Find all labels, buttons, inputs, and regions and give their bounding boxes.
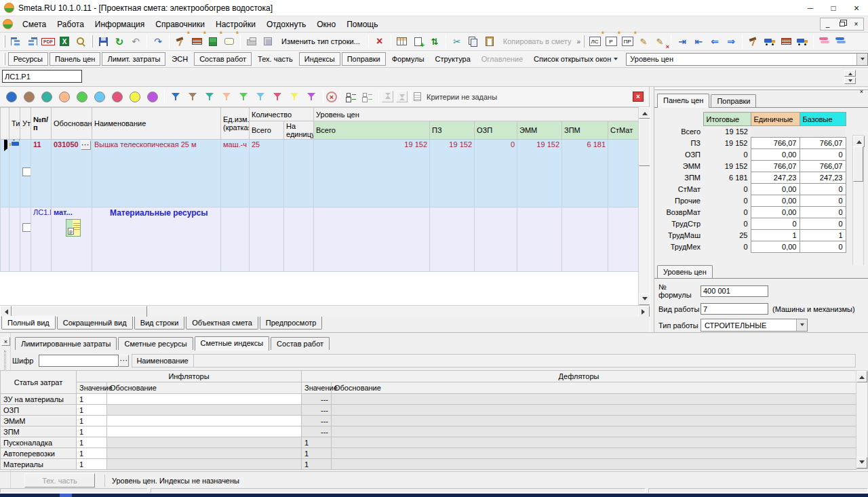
color-mark-lightblue-icon[interactable]	[94, 92, 105, 102]
recalculate-button[interactable]	[394, 33, 410, 49]
cut-button[interactable]: ✂	[449, 33, 465, 49]
menu-rabota[interactable]: Работа	[52, 18, 90, 31]
deflator-value-cell[interactable]: ---	[302, 394, 332, 405]
row-checkbox[interactable]	[22, 167, 31, 176]
row-approve-cell[interactable]	[20, 207, 31, 272]
price-base-value[interactable]: 0	[800, 195, 846, 207]
toggle-panel-cen[interactable]: Панель цен	[50, 52, 100, 66]
cipher-input[interactable]	[39, 355, 119, 367]
price-unit-value[interactable]: 0,00	[751, 195, 800, 207]
works-catalog-button[interactable]	[745, 33, 762, 49]
move-left-button[interactable]: ⇐	[707, 33, 723, 49]
tab-popravki[interactable]: Поправки	[711, 94, 756, 107]
mdi-restore-icon[interactable]	[835, 18, 849, 30]
tab-limitirovannye-zatraty[interactable]: Лимитированные затраты	[15, 337, 117, 350]
menu-otdohnut[interactable]: Отдохнуть	[261, 18, 311, 31]
scroll-up-icon[interactable]	[856, 371, 867, 382]
close-filterbar-icon[interactable]: ×	[633, 92, 644, 102]
tab-vid-stroki[interactable]: Вид строки	[134, 317, 185, 330]
row-qty-cell[interactable]	[250, 207, 284, 272]
deflator-value-cell[interactable]: 1	[302, 448, 332, 459]
deflator-value-cell[interactable]: ---	[302, 416, 332, 426]
price-unit-value[interactable]: 247,23	[751, 172, 800, 184]
inflator-basis-cell[interactable]	[107, 459, 302, 470]
row-zpm-cell[interactable]	[562, 207, 608, 272]
close-window-icon[interactable]: ×	[845, 0, 868, 16]
current-cell-input[interactable]	[2, 70, 82, 83]
close-price-panel-icon[interactable]: ×	[857, 87, 866, 96]
deflator-basis-cell[interactable]	[332, 426, 856, 437]
grid-horizontal-scrollbar[interactable]	[0, 305, 650, 317]
chevron-up-icon[interactable]	[844, 70, 856, 77]
toggle-popravki[interactable]: Поправки	[342, 52, 386, 66]
row-num-cell[interactable]: ЛС1.Р2	[31, 207, 52, 272]
delete-row-button[interactable]: ×	[372, 33, 388, 49]
deflator-basis-cell[interactable]	[332, 459, 856, 470]
maximize-window-icon[interactable]: □	[822, 0, 845, 16]
scroll-right-icon[interactable]	[638, 306, 650, 317]
table-row[interactable]: ЛС1.Р2 мат...р Материальные ресурсы	[1, 207, 639, 272]
formula-number-field[interactable]: 400 001	[701, 285, 768, 297]
mdi-minimize-icon[interactable]: _	[821, 18, 835, 30]
price-base-value[interactable]: 766,07	[800, 138, 846, 149]
row-type-cell[interactable]	[9, 140, 20, 207]
filter-brown-icon[interactable]	[189, 92, 197, 101]
tab-polnyi-vid[interactable]: Полный вид	[1, 316, 56, 330]
price-base-value[interactable]: 766,07	[800, 161, 846, 172]
undo-button[interactable]: ↶	[127, 33, 144, 49]
inflator-basis-cell[interactable]	[107, 448, 302, 459]
deflator-value-cell[interactable]: 1	[302, 459, 332, 470]
inflator-basis-cell[interactable]	[107, 416, 302, 426]
row-stmat-cell[interactable]	[608, 140, 639, 207]
export-pdf-button[interactable]: PDF	[40, 33, 56, 49]
deflator-basis-cell[interactable]	[332, 448, 856, 459]
materials-catalog-button[interactable]	[778, 33, 794, 49]
uncheck-all-button[interactable]	[359, 89, 376, 105]
toggle-resursy[interactable]: Ресурсы	[8, 52, 48, 66]
price-base-value[interactable]	[800, 126, 846, 138]
toolbar-grip[interactable]	[583, 35, 585, 47]
price-base-value[interactable]: 1	[800, 230, 846, 241]
toggle-sostav-rabot[interactable]: Состав работ	[194, 52, 252, 66]
deflator-basis-cell[interactable]	[332, 437, 856, 448]
add-material-button[interactable]: *	[189, 33, 205, 49]
tech-part-button[interactable]: Тех. часть	[24, 473, 95, 488]
row-zpm-cell[interactable]: 6 181	[562, 140, 608, 207]
tab-obektnaya-smeta[interactable]: Объектная смета	[186, 317, 258, 330]
toggle-indeksy[interactable]: Индексы	[299, 52, 340, 66]
filter-purple-icon[interactable]	[307, 92, 316, 101]
add-comment-button[interactable]: *	[221, 33, 237, 49]
row-pz-cell[interactable]	[430, 207, 475, 272]
row-basis-cell[interactable]: мат...р	[52, 207, 92, 272]
scrollbar-thumb[interactable]	[639, 119, 650, 166]
tab-sokraschennyi-vid[interactable]: Сокращенный вид	[57, 317, 133, 330]
search-button[interactable]	[73, 33, 89, 49]
minimize-window-icon[interactable]: ─	[799, 0, 822, 16]
table-row[interactable]: 11 031050 ··· Вышка телескопическая 25 м…	[1, 140, 639, 207]
price-base-button[interactable]	[833, 33, 849, 49]
row-checkbox[interactable]	[22, 223, 31, 232]
toolbar-grip[interactable]	[91, 35, 93, 47]
filter-green-icon[interactable]	[239, 92, 248, 101]
combo-drop-button[interactable]	[856, 54, 867, 65]
row-unit-cell[interactable]	[221, 207, 250, 272]
price-unit-value[interactable]	[751, 126, 800, 138]
row-pl-total-cell[interactable]: 19 152	[314, 140, 430, 207]
price-base-value[interactable]: 0	[800, 218, 846, 230]
refresh-button[interactable]: ↻	[111, 33, 127, 49]
row-stmat-cell[interactable]	[608, 207, 639, 272]
filter-lightblue-icon[interactable]	[256, 92, 265, 101]
indices-scrollbar[interactable]	[856, 370, 868, 469]
row-ozp-cell[interactable]: 0	[475, 140, 517, 207]
row-type-cell[interactable]	[9, 207, 20, 272]
work-type-combobox[interactable]: СТРОИТЕЛЬНЫЕ	[701, 319, 808, 332]
pr-button[interactable]: ПР*	[619, 33, 635, 49]
menu-spravochniki[interactable]: Справочники	[150, 18, 210, 31]
criteria-doc-icon[interactable]	[414, 92, 421, 101]
inflator-value-cell[interactable]: 1	[77, 394, 107, 405]
taskbar-active-item[interactable]	[60, 494, 72, 497]
expand-tree-button[interactable]	[7, 33, 24, 49]
add-sheet-button[interactable]	[410, 33, 427, 49]
scroll-down-icon[interactable]	[856, 457, 867, 469]
price-base-value[interactable]: 0	[800, 207, 846, 218]
